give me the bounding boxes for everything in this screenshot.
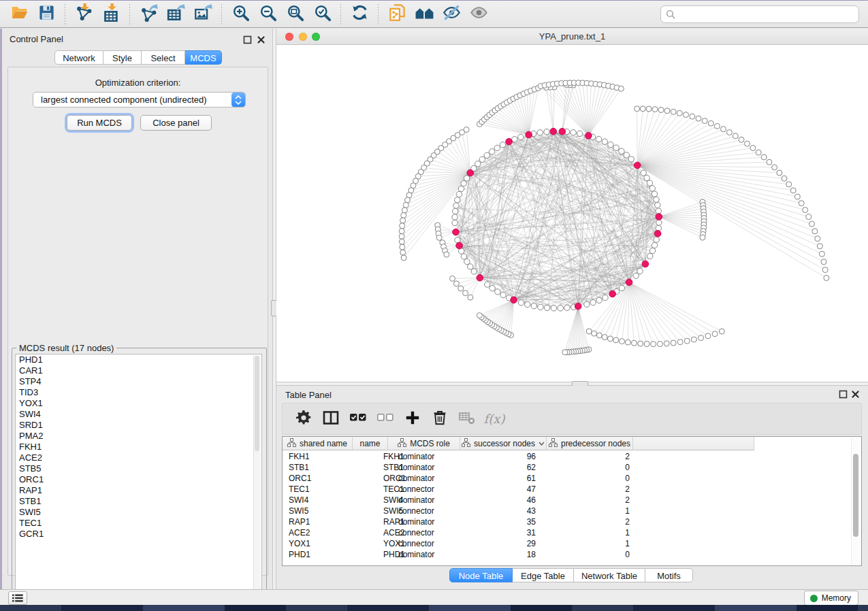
zoom-fit-button[interactable] — [283, 3, 306, 25]
column-header-predecessor-nodes[interactable]: predecessor nodes — [547, 437, 633, 450]
mcds-result-item[interactable]: RAP1 — [16, 485, 261, 496]
table-panel: Table Panel f(x) shared namenameMCDS rol… — [276, 386, 868, 589]
show-all-icon — [470, 3, 488, 24]
table-row[interactable]: YOX1YOX1connector291 — [283, 538, 861, 549]
select-all-button[interactable] — [349, 410, 367, 428]
mcds-result-item[interactable]: TID3 — [16, 387, 261, 398]
mcds-result-item[interactable]: PMA2 — [16, 431, 261, 442]
table-scrollbar[interactable] — [851, 437, 860, 565]
mcds-tab-content: Optimization criterion: largest connecte… — [7, 67, 268, 576]
column-header-name[interactable]: name — [353, 437, 388, 450]
column-header-shared-name[interactable]: shared name — [283, 437, 353, 450]
mcds-result-item[interactable]: GCR1 — [16, 529, 261, 540]
mcds-result-item[interactable]: ACE2 — [16, 452, 261, 463]
close-panel-icon[interactable] — [851, 389, 860, 398]
list-icon — [12, 594, 23, 602]
tab-network-table[interactable]: Network Table — [574, 568, 645, 582]
mcds-list-scrollbar[interactable] — [253, 355, 261, 595]
network-canvas[interactable] — [276, 45, 868, 382]
table-row[interactable]: ACE2ACE2connector311 — [283, 527, 861, 538]
export-image-button[interactable] — [191, 3, 214, 25]
tab-edge-table[interactable]: Edge Table — [513, 568, 574, 582]
column-header-successor-nodes[interactable]: successor nodes — [460, 437, 547, 450]
tab-node-table[interactable]: Node Table — [449, 568, 513, 582]
zoom-selected-button[interactable] — [310, 3, 334, 25]
mcds-result-group: MCDS result (17 nodes) PHD1CAR1STP4TID3Y… — [12, 348, 267, 601]
column-header-empty[interactable] — [633, 437, 754, 450]
mcds-result-item[interactable]: ORC1 — [16, 474, 261, 485]
table-row[interactable]: RAP1RAP1dominator352 — [283, 516, 861, 527]
table-row[interactable]: FKH1FKH1dominator962 — [283, 451, 861, 462]
zoom-in-button[interactable] — [229, 3, 252, 25]
search-icon — [666, 10, 675, 19]
clone-network-button[interactable] — [385, 3, 408, 25]
network-title: YPA_prune.txt_1 — [276, 31, 868, 42]
close-panel-button[interactable]: Close panel — [140, 115, 212, 131]
table-row[interactable]: ORC1ORC1dominator610 — [283, 473, 861, 484]
mcds-result-item[interactable]: SRD1 — [16, 420, 261, 431]
table-cell: 1 — [283, 506, 630, 516]
criterion-dropdown[interactable]: largest connected component (undirected) — [33, 92, 246, 108]
delete-button[interactable] — [431, 410, 449, 428]
mcds-result-item[interactable]: STB5 — [16, 463, 261, 474]
table-panel-tabs: Node TableEdge TableNetwork TableMotifs — [449, 568, 693, 582]
gear-button[interactable] — [295, 410, 312, 428]
network-column-icon — [549, 438, 558, 449]
mcds-result-item[interactable]: SWI4 — [16, 409, 261, 420]
mcds-result-list[interactable]: PHD1CAR1STP4TID3YOX1SWI4SRD1PMA2FKH1ACE2… — [15, 354, 262, 595]
memory-button[interactable]: Memory — [804, 591, 858, 606]
sort-chevron-icon — [539, 442, 545, 446]
close-panel-icon[interactable] — [257, 35, 266, 44]
table-cell: 2 — [283, 451, 630, 462]
hide-selected-button[interactable] — [440, 3, 463, 25]
toolbar-separator — [65, 4, 65, 24]
tab-select[interactable]: Select — [142, 50, 185, 65]
memory-label: Memory — [822, 593, 851, 603]
mcds-result-item[interactable]: STB1 — [16, 496, 261, 507]
float-window-icon[interactable] — [839, 389, 848, 398]
tab-network[interactable]: Network — [54, 50, 103, 65]
float-window-icon[interactable] — [243, 35, 252, 44]
clone-network-icon — [388, 3, 406, 24]
deselect-all-button[interactable] — [376, 410, 394, 428]
table-row[interactable]: STB1STB1dominator620 — [283, 462, 861, 473]
add-button[interactable] — [404, 410, 421, 428]
run-mcds-button[interactable]: Run MCDS — [67, 115, 132, 131]
table-row[interactable]: SWI5SWI5connector431 — [283, 506, 861, 516]
tab-mcds[interactable]: MCDS — [185, 50, 222, 65]
table-cell: 0 — [283, 549, 630, 560]
mcds-result-item[interactable]: CAR1 — [16, 365, 261, 376]
mcds-result-item[interactable]: PHD1 — [16, 354, 261, 365]
mcds-result-item[interactable]: FKH1 — [16, 442, 261, 452]
table-row[interactable]: SWI4SWI4dominator462 — [283, 495, 861, 506]
select-all-icon — [350, 410, 366, 429]
first-neighbors-button[interactable] — [413, 3, 436, 25]
import-table-button[interactable] — [99, 3, 123, 25]
import-network-button[interactable] — [72, 3, 95, 25]
table-cell: 1 — [283, 538, 630, 549]
save-button[interactable] — [35, 3, 58, 25]
show-panels-button[interactable] — [8, 591, 27, 605]
import-network-icon — [75, 3, 93, 24]
search-input[interactable] — [678, 9, 858, 20]
refresh-button[interactable] — [348, 3, 371, 25]
mcds-result-item[interactable]: YOX1 — [16, 398, 261, 409]
show-all-button[interactable] — [467, 3, 490, 25]
table-row[interactable]: PHD1PHD1dominator180 — [283, 549, 861, 560]
table-row[interactable]: TEC1TEC1connector472 — [283, 484, 861, 495]
export-network-button[interactable] — [137, 3, 160, 25]
mcds-result-item[interactable]: TEC1 — [16, 518, 261, 529]
scrollbar-thumb[interactable] — [853, 454, 858, 537]
tab-motifs[interactable]: Motifs — [645, 568, 693, 582]
table-panel-title: Table Panel — [285, 390, 332, 400]
columns-button[interactable] — [322, 410, 340, 428]
mcds-result-item[interactable]: SWI5 — [16, 507, 261, 518]
open-button[interactable] — [7, 3, 31, 25]
delete-icon — [432, 410, 448, 429]
tab-style[interactable]: Style — [103, 50, 142, 65]
search-box[interactable] — [660, 5, 859, 23]
zoom-out-button[interactable] — [256, 3, 279, 25]
export-table-button[interactable] — [164, 3, 187, 25]
mcds-result-item[interactable]: STP4 — [16, 376, 261, 387]
column-header-MCDS-role[interactable]: MCDS role — [388, 437, 460, 450]
